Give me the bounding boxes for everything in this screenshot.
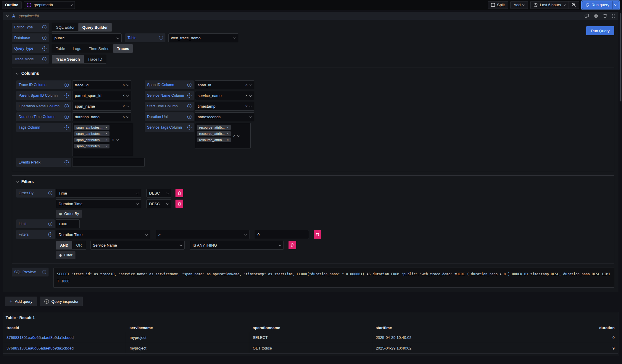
drag-handle-icon[interactable]	[612, 14, 615, 18]
tag-chip[interactable]: span_attributes....×	[74, 131, 109, 136]
remove-chip-icon[interactable]: ×	[227, 138, 228, 142]
remove-order-by-button[interactable]	[175, 189, 183, 197]
clear-all-icon[interactable]: ×	[233, 134, 236, 138]
clear-icon[interactable]: ×	[123, 93, 125, 98]
info-icon[interactable]: i	[187, 125, 191, 130]
filters-section-header[interactable]: Filters	[16, 179, 610, 184]
order-by-direction-select[interactable]: DESC	[146, 199, 171, 208]
column-header-servicename[interactable]: servicename	[126, 323, 249, 332]
remove-filter-button[interactable]	[289, 241, 296, 249]
editor-type-option-query-builder[interactable]: Query Builder	[78, 23, 112, 31]
run-query-inline-button[interactable]: Run Query	[586, 26, 614, 35]
tags-column-multiselect[interactable]: span_attributes....× span_attributes....…	[72, 123, 133, 156]
query-type-option-time-series[interactable]: Time Series	[85, 44, 113, 53]
time-range-picker[interactable]: Last 6 hours	[531, 1, 568, 9]
order-by-direction-select[interactable]: DESC	[146, 189, 171, 198]
service-tags-column-multiselect[interactable]: resource_attrib...× resource_attrib...× …	[195, 123, 251, 148]
info-icon[interactable]: i	[187, 115, 191, 119]
service-tag-chip[interactable]: resource_attrib...×	[197, 137, 231, 142]
query-type-option-table[interactable]: Table	[52, 44, 69, 53]
split-button[interactable]: Split	[488, 1, 508, 9]
remove-filter-button[interactable]	[314, 230, 321, 239]
duration-unit-select[interactable]: nanoseconds	[195, 112, 254, 121]
tag-chip[interactable]: span_attributes....×	[74, 125, 109, 130]
span-id-column-select[interactable]: span_id ×	[195, 80, 254, 89]
trace-mode-option-trace-id[interactable]: Trace ID	[84, 55, 106, 63]
clear-icon[interactable]: ×	[123, 83, 125, 87]
filter-operator-select[interactable]: IS ANYTHING	[190, 241, 284, 250]
info-icon[interactable]: i	[42, 270, 46, 274]
limit-input[interactable]	[56, 219, 80, 228]
filter-field-select[interactable]: Service Name	[90, 241, 185, 250]
datasource-picker[interactable]: greptimedb	[24, 1, 75, 9]
filter-operator-select[interactable]: >	[156, 230, 249, 239]
info-icon[interactable]: i	[65, 160, 69, 164]
trace-mode-option-trace-search[interactable]: Trace Search	[52, 55, 84, 63]
info-icon[interactable]: i	[187, 104, 191, 108]
add-filter-button[interactable]: ⊕ Filter	[56, 251, 75, 259]
column-header-operationname[interactable]: operationname	[249, 323, 372, 332]
remove-chip-icon[interactable]: ×	[105, 126, 107, 129]
info-icon[interactable]: i	[65, 125, 69, 130]
remove-chip-icon[interactable]: ×	[227, 132, 228, 135]
info-icon[interactable]: i	[42, 36, 46, 40]
info-icon[interactable]: i	[42, 57, 46, 61]
table-select[interactable]: web_trace_demo	[168, 33, 238, 42]
column-header-starttime[interactable]: starttime	[372, 323, 495, 332]
add-button[interactable]: Add	[510, 1, 528, 9]
clear-icon[interactable]: ×	[245, 93, 248, 98]
column-header-traceid[interactable]: traceid	[3, 323, 126, 332]
columns-section-header[interactable]: Columns	[16, 71, 610, 76]
info-icon[interactable]: i	[159, 36, 163, 40]
vertical-scrollbar[interactable]	[620, 13, 621, 101]
order-by-field-select[interactable]: Duration Time	[56, 199, 141, 208]
remove-order-by-button[interactable]	[175, 200, 183, 208]
filter-logic-and[interactable]: AND	[56, 241, 72, 249]
duration-time-column-select[interactable]: duration_nano ×	[72, 112, 131, 121]
start-time-column-select[interactable]: timestamp ×	[195, 102, 254, 111]
remove-query-trash-icon[interactable]	[603, 14, 607, 18]
operation-name-column-select[interactable]: span_name ×	[72, 102, 131, 111]
add-order-by-button[interactable]: ⊕ Order By	[56, 210, 82, 218]
info-icon[interactable]: i	[48, 191, 52, 195]
remove-chip-icon[interactable]: ×	[105, 132, 107, 135]
info-icon[interactable]: i	[42, 46, 46, 51]
service-tag-chip[interactable]: resource_attrib...×	[197, 125, 231, 130]
remove-chip-icon[interactable]: ×	[105, 145, 107, 148]
add-query-button[interactable]: + Add query	[5, 297, 37, 306]
database-select[interactable]: public	[52, 33, 122, 42]
clear-icon[interactable]: ×	[245, 104, 248, 108]
filter-logic-or[interactable]: OR	[72, 241, 86, 249]
query-row-header[interactable]: A (greptimedb)	[3, 12, 618, 20]
hide-response-eye-icon[interactable]	[594, 14, 598, 18]
remove-chip-icon[interactable]: ×	[227, 126, 228, 129]
query-inspector-button[interactable]: i Query inspector	[40, 297, 83, 306]
parent-span-id-column-select[interactable]: parent_span_id ×	[72, 91, 131, 100]
tag-chip[interactable]: span_attributes....×	[74, 144, 109, 148]
info-icon[interactable]: i	[65, 104, 69, 108]
zoom-out-time-button[interactable]	[568, 1, 579, 9]
clear-icon[interactable]: ×	[245, 83, 248, 87]
service-name-column-select[interactable]: service_name ×	[195, 91, 254, 100]
info-icon[interactable]: i	[187, 93, 191, 98]
info-icon[interactable]: i	[48, 222, 52, 226]
filter-value-input[interactable]	[255, 230, 309, 239]
filter-field-select[interactable]: Duration Time	[56, 230, 150, 239]
order-by-field-select[interactable]: Time	[56, 189, 141, 198]
info-icon[interactable]: i	[65, 115, 69, 119]
query-type-option-logs[interactable]: Logs	[69, 44, 85, 53]
clear-icon[interactable]: ×	[123, 115, 125, 119]
run-query-button[interactable]: Run query	[582, 1, 612, 9]
column-header-duration[interactable]: duration	[495, 323, 618, 332]
outline-toggle[interactable]: Outline	[2, 1, 22, 9]
events-prefix-input[interactable]	[72, 158, 145, 167]
info-icon[interactable]: i	[65, 93, 69, 98]
query-type-option-traces[interactable]: Traces	[113, 44, 133, 53]
remove-chip-icon[interactable]: ×	[105, 138, 107, 142]
editor-type-option-sql-editor[interactable]: SQL Editor	[52, 23, 78, 31]
duplicate-query-icon[interactable]	[584, 14, 589, 18]
info-icon[interactable]: i	[42, 25, 46, 29]
tag-chip[interactable]: span_attributes....×	[74, 137, 109, 142]
trace-id-link[interactable]: 3768831301ea0d65adaef8b9da1cbded	[7, 335, 74, 340]
trace-id-link[interactable]: 3768831301ea0d65adaef8b9da1cbded	[7, 346, 74, 350]
